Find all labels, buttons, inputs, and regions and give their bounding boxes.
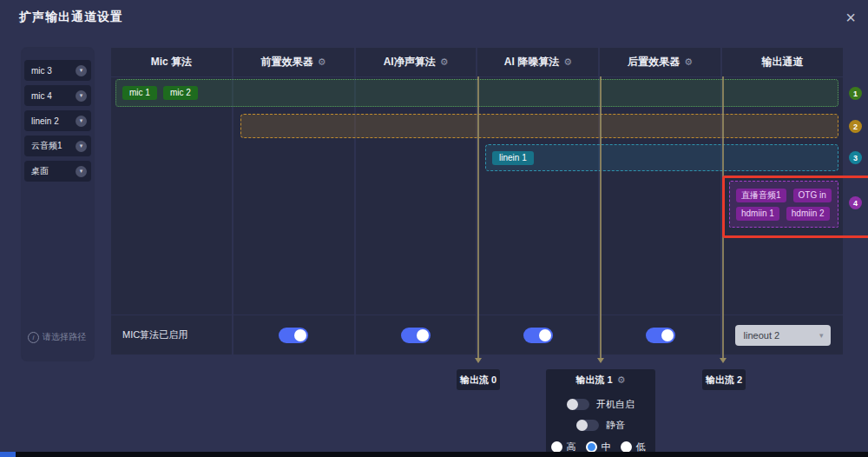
bottom-edge-strip bbox=[0, 452, 868, 457]
column-header: 输出通道 bbox=[722, 48, 843, 76]
source-tag[interactable]: hdmiin 2 bbox=[786, 207, 830, 221]
stream-connector-line bbox=[722, 76, 724, 358]
column-footer bbox=[600, 315, 720, 354]
chevron-down-icon[interactable]: ▾ bbox=[76, 65, 87, 76]
column-header: Mic 算法 bbox=[111, 48, 232, 76]
channel-badge-2[interactable]: 2 bbox=[849, 120, 862, 133]
output-stream-0[interactable]: 输出流 0 bbox=[457, 369, 500, 390]
column-header-label: Mic 算法 bbox=[151, 55, 192, 70]
source-tag[interactable]: OTG in bbox=[793, 189, 832, 202]
chevron-down-icon[interactable]: ▾ bbox=[76, 141, 87, 152]
post-effects-toggle[interactable] bbox=[646, 328, 675, 343]
sidebar-item-label: 桌面 bbox=[24, 165, 76, 177]
mute-option: 静音 bbox=[576, 419, 625, 432]
arrow-down-icon bbox=[597, 358, 604, 363]
arrow-down-icon bbox=[475, 358, 482, 363]
column-body[interactable] bbox=[600, 77, 720, 315]
source-tag[interactable]: linein 1 bbox=[492, 151, 534, 165]
bottom-edge-accent bbox=[0, 452, 16, 457]
source-sidebar: mic 3 ▾ mic 4 ▾ linein 2 ▾ 云音频1 ▾ 桌面 ▾ i… bbox=[22, 48, 94, 361]
path-row-2[interactable] bbox=[240, 114, 838, 138]
toggle-knob bbox=[294, 329, 306, 341]
sidebar-item-desktop[interactable]: 桌面 ▾ bbox=[24, 161, 91, 182]
output-stream-2[interactable]: 输出流 2 bbox=[702, 369, 746, 390]
chevron-down-icon: ▾ bbox=[819, 331, 831, 340]
toggle-knob bbox=[661, 329, 674, 341]
mute-label: 静音 bbox=[606, 419, 625, 432]
info-icon: i bbox=[28, 332, 39, 343]
path-row-4[interactable]: 直播音频1 OTG in hdmiin 1 hdmiin 2 bbox=[729, 181, 838, 228]
sidebar-item-mic3[interactable]: mic 3 ▾ bbox=[24, 60, 91, 81]
source-tag[interactable]: 直播音频1 bbox=[736, 189, 786, 202]
column-header: AI净声算法 ⚙ bbox=[356, 48, 477, 76]
arrow-down-icon bbox=[720, 358, 727, 363]
chevron-down-icon[interactable]: ▾ bbox=[76, 90, 87, 102]
mic-status-text: MIC算法已启用 bbox=[111, 315, 232, 354]
column-header: AI 降噪算法 ⚙ bbox=[477, 48, 598, 76]
ai-clean-toggle[interactable] bbox=[401, 328, 431, 343]
sidebar-item-linein2[interactable]: linein 2 ▾ bbox=[24, 110, 91, 131]
channel-badge-1[interactable]: 1 bbox=[849, 87, 862, 100]
column-header-label: 后置效果器 bbox=[628, 55, 680, 70]
gear-icon[interactable]: ⚙ bbox=[617, 374, 626, 386]
column-header: 后置效果器 ⚙ bbox=[600, 48, 720, 76]
ai-denoise-toggle[interactable] bbox=[523, 328, 553, 343]
toggle-knob bbox=[567, 399, 578, 410]
sidebar-item-mic4[interactable]: mic 4 ▾ bbox=[24, 85, 91, 106]
column-footer bbox=[233, 315, 354, 354]
channel-badge-4[interactable]: 4 bbox=[849, 196, 862, 209]
gear-icon[interactable]: ⚙ bbox=[563, 56, 572, 68]
sidebar-item-label: linein 2 bbox=[24, 116, 76, 126]
column-body[interactable] bbox=[111, 77, 232, 315]
column-footer bbox=[477, 315, 598, 354]
gear-icon[interactable]: ⚙ bbox=[440, 56, 449, 68]
toggle-knob bbox=[576, 420, 588, 431]
sidebar-item-label: mic 3 bbox=[24, 66, 76, 76]
column-body[interactable] bbox=[477, 77, 598, 315]
column-body[interactable] bbox=[356, 77, 477, 315]
sidebar-item-label: 云音频1 bbox=[24, 140, 76, 152]
mute-toggle[interactable] bbox=[576, 420, 599, 431]
source-tag[interactable]: mic 1 bbox=[122, 86, 157, 100]
autostart-toggle[interactable] bbox=[567, 399, 589, 410]
toggle-knob bbox=[417, 329, 429, 341]
column-header-label: AI 降噪算法 bbox=[504, 55, 559, 70]
autostart-option: 开机自启 bbox=[567, 398, 635, 411]
page-title: 扩声输出通道设置 bbox=[19, 10, 123, 25]
stream-connector-line bbox=[477, 76, 479, 358]
select-path-hint: i 请选择路径 bbox=[28, 331, 86, 343]
gear-icon[interactable]: ⚙ bbox=[318, 56, 326, 68]
chevron-down-icon[interactable]: ▾ bbox=[76, 116, 87, 127]
autostart-label: 开机自启 bbox=[596, 398, 635, 411]
channel-badge-3[interactable]: 3 bbox=[849, 151, 862, 164]
source-tag[interactable]: mic 2 bbox=[163, 86, 198, 100]
column-header: 前置效果器 ⚙ bbox=[233, 48, 354, 76]
pre-effects-toggle[interactable] bbox=[279, 328, 308, 343]
output-stream-1-label: 输出流 1 bbox=[575, 374, 612, 387]
output-channel-select[interactable]: lineout 2 ▾ bbox=[735, 325, 831, 346]
toggle-knob bbox=[539, 329, 551, 341]
gear-icon[interactable]: ⚙ bbox=[684, 56, 693, 68]
hint-text: 请选择路径 bbox=[43, 331, 86, 343]
sidebar-item-label: mic 4 bbox=[24, 91, 76, 101]
column-header-label: 前置效果器 bbox=[261, 55, 313, 70]
output-stream-1-panel: 输出流 1 ⚙ 开机自启 静音 高 中 低 bbox=[546, 369, 655, 457]
column-header-label: AI净声算法 bbox=[384, 55, 436, 70]
stream-connector-line bbox=[600, 76, 602, 358]
chevron-down-icon[interactable]: ▾ bbox=[76, 166, 87, 177]
output-channel-select-value: lineout 2 bbox=[735, 330, 819, 341]
output-stream-1-title[interactable]: 输出流 1 ⚙ bbox=[575, 369, 625, 390]
column-body[interactable] bbox=[233, 77, 354, 315]
column-footer bbox=[356, 315, 477, 354]
column-header-label: 输出通道 bbox=[762, 55, 804, 70]
close-icon[interactable]: × bbox=[842, 5, 859, 30]
sidebar-item-cloud-audio[interactable]: 云音频1 ▾ bbox=[24, 136, 91, 156]
source-tag[interactable]: hdmiin 1 bbox=[736, 207, 779, 221]
path-row-3[interactable]: linein 1 bbox=[485, 144, 838, 171]
column-footer: lineout 2 ▾ bbox=[722, 315, 843, 354]
